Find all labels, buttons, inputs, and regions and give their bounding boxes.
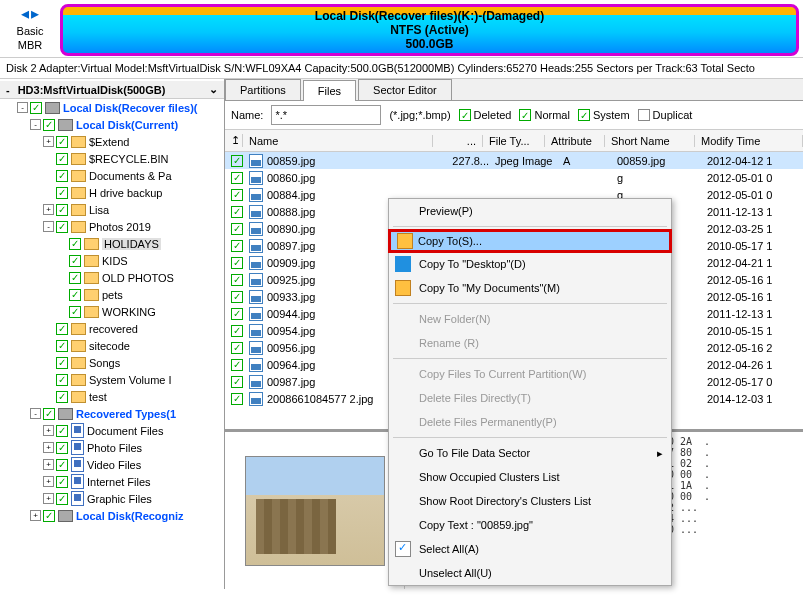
tree-checkbox[interactable] [56, 170, 68, 182]
file-checkbox[interactable] [231, 155, 243, 167]
banner-line3: 500.0GB [63, 37, 796, 51]
tree-checkbox[interactable] [43, 510, 55, 522]
tree-item[interactable]: -Local Disk(Current) [0, 116, 224, 133]
tree-item[interactable]: +Local Disk(Recogniz [0, 507, 224, 524]
tree-item[interactable]: test [0, 388, 224, 405]
tree-item[interactable]: Documents & Pa [0, 167, 224, 184]
banner-line1: Local Disk(Recover files)(K:)-(Damaged) [63, 9, 796, 23]
tree-item[interactable]: pets [0, 286, 224, 303]
tree-checkbox[interactable] [69, 306, 81, 318]
tree-item[interactable]: HOLIDAYS [0, 235, 224, 252]
tree-item[interactable]: +Document Files [0, 422, 224, 439]
duplicat-checkbox[interactable]: Duplicat [638, 109, 693, 121]
tree-checkbox[interactable] [56, 153, 68, 165]
file-checkbox[interactable] [231, 189, 243, 201]
tree-item[interactable]: KIDS [0, 252, 224, 269]
file-checkbox[interactable] [231, 393, 243, 405]
tree-item[interactable]: +$Extend [0, 133, 224, 150]
file-checkbox[interactable] [231, 206, 243, 218]
tree-checkbox[interactable] [56, 493, 68, 505]
tree-item[interactable]: -Photos 2019 [0, 218, 224, 235]
file-checkbox[interactable] [231, 240, 243, 252]
tree-checkbox[interactable] [56, 391, 68, 403]
name-filter-input[interactable] [271, 105, 381, 125]
tree-checkbox[interactable] [56, 340, 68, 352]
tree-checkbox[interactable] [69, 272, 81, 284]
tree-item[interactable]: sitecode [0, 337, 224, 354]
folder-icon [397, 233, 413, 249]
menu-goto-sector[interactable]: Go To File Data Sector▸ [389, 441, 671, 465]
file-row[interactable]: 00859.jpg 227.8... Jpeg Image A 00859.jp… [225, 152, 803, 169]
jpg-icon [249, 392, 263, 406]
tree-item[interactable]: +Photo Files [0, 439, 224, 456]
directory-tree[interactable]: - HD3:MsftVirtualDisk(500GB) ⌄ -Local Di… [0, 79, 225, 589]
menu-copy-text[interactable]: Copy Text : "00859.jpg" [389, 513, 671, 537]
tree-item[interactable]: Songs [0, 354, 224, 371]
tree-checkbox[interactable] [56, 204, 68, 216]
tree-checkbox[interactable] [56, 187, 68, 199]
filter-bar: Name: (*.jpg;*.bmp) Deleted Normal Syste… [225, 101, 803, 130]
file-checkbox[interactable] [231, 308, 243, 320]
tab-bar: Partitions Files Sector Editor [225, 79, 803, 101]
preview-thumbnail[interactable] [225, 432, 405, 589]
menu-root-clusters[interactable]: Show Root Directory's Clusters List [389, 489, 671, 513]
menu-copy-to[interactable]: Copy To(S)... [388, 229, 672, 253]
menu-copy-docs[interactable]: Copy To "My Documents"(M) [389, 276, 671, 300]
tree-item[interactable]: -Recovered Types(1 [0, 405, 224, 422]
tab-partitions[interactable]: Partitions [225, 79, 301, 100]
file-checkbox[interactable] [231, 172, 243, 184]
file-checkbox[interactable] [231, 359, 243, 371]
tree-checkbox[interactable] [56, 442, 68, 454]
menu-copy-desktop[interactable]: Copy To "Desktop"(D) [389, 252, 671, 276]
tree-checkbox[interactable] [56, 357, 68, 369]
tree-checkbox[interactable] [56, 374, 68, 386]
column-headers[interactable]: ↥ Name ... File Ty... Attribute Short Na… [225, 130, 803, 152]
tree-checkbox[interactable] [56, 425, 68, 437]
basic-mbr-button[interactable]: ◂▸ Basic MBR [0, 0, 60, 55]
tree-item[interactable]: +Internet Files [0, 473, 224, 490]
tree-item[interactable]: +Graphic Files [0, 490, 224, 507]
file-checkbox[interactable] [231, 274, 243, 286]
menu-preview[interactable]: Preview(P) [389, 199, 671, 223]
file-row[interactable]: 00860.jpgg2012-05-01 0 [225, 169, 803, 186]
file-checkbox[interactable] [231, 325, 243, 337]
file-checkbox[interactable] [231, 257, 243, 269]
tree-item[interactable]: System Volume I [0, 371, 224, 388]
tree-checkbox[interactable] [56, 136, 68, 148]
tree-item[interactable]: +Video Files [0, 456, 224, 473]
system-checkbox[interactable]: System [578, 109, 630, 121]
tab-sector-editor[interactable]: Sector Editor [358, 79, 452, 100]
file-checkbox[interactable] [231, 291, 243, 303]
tree-checkbox[interactable] [56, 221, 68, 233]
folder-icon [84, 255, 99, 267]
tree-item[interactable]: -Local Disk(Recover files)( [0, 99, 224, 116]
tree-checkbox[interactable] [43, 119, 55, 131]
file-checkbox[interactable] [231, 223, 243, 235]
tree-item[interactable]: H drive backup [0, 184, 224, 201]
tree-checkbox[interactable] [30, 102, 42, 114]
tree-item[interactable]: $RECYCLE.BIN [0, 150, 224, 167]
menu-occupied-clusters[interactable]: Show Occupied Clusters List [389, 465, 671, 489]
tree-item[interactable]: recovered [0, 320, 224, 337]
tree-checkbox[interactable] [56, 476, 68, 488]
tree-checkbox[interactable] [43, 408, 55, 420]
tree-item[interactable]: OLD PHOTOS [0, 269, 224, 286]
tree-checkbox[interactable] [69, 255, 81, 267]
jpg-icon [249, 358, 263, 372]
tree-item[interactable]: WORKING [0, 303, 224, 320]
tree-item[interactable]: +Lisa [0, 201, 224, 218]
chevron-down-icon[interactable]: ⌄ [209, 83, 218, 96]
partition-banner[interactable]: Local Disk(Recover files)(K:)-(Damaged) … [60, 4, 799, 56]
tree-checkbox[interactable] [69, 238, 81, 250]
tree-checkbox[interactable] [56, 459, 68, 471]
normal-checkbox[interactable]: Normal [519, 109, 569, 121]
tab-files[interactable]: Files [303, 80, 356, 101]
deleted-checkbox[interactable]: Deleted [459, 109, 512, 121]
file-checkbox[interactable] [231, 376, 243, 388]
menu-select-all[interactable]: Select All(A) [389, 537, 671, 561]
menu-unselect-all[interactable]: Unselect All(U) [389, 561, 671, 585]
tree-checkbox[interactable] [69, 289, 81, 301]
tree-checkbox[interactable] [56, 323, 68, 335]
file-checkbox[interactable] [231, 342, 243, 354]
tree-header[interactable]: - HD3:MsftVirtualDisk(500GB) ⌄ [0, 81, 224, 99]
